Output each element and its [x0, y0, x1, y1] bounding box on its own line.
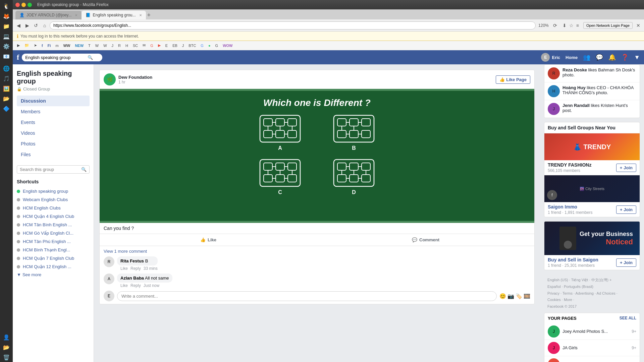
nav-members[interactable]: Members — [17, 106, 90, 117]
footer-more[interactable]: More — [564, 298, 572, 302]
fb-notifications-icon[interactable]: 🔔 — [608, 54, 616, 61]
tab-english[interactable]: 📘 English speaking grou... ✕ — [82, 11, 146, 19]
fb-help-icon[interactable]: ❓ — [621, 54, 629, 61]
bookmark-star-icon[interactable]: ☆ — [568, 22, 575, 29]
see-all-link[interactable]: SEE ALL — [620, 316, 636, 320]
toolbar-j2[interactable]: J — [180, 43, 186, 48]
shortcut-hcm-tanbinh[interactable]: HCM Tân Bình English ... — [17, 221, 90, 229]
home-button[interactable]: ⌂ — [41, 22, 48, 29]
open-network-btn[interactable]: Open Network Login Page — [583, 22, 633, 29]
nav-videos[interactable]: Videos — [17, 128, 90, 138]
footer-advertising[interactable]: Advertising — [576, 291, 594, 295]
os-mail[interactable]: 📧 — [2, 52, 11, 61]
toolbar-folder[interactable]: 📁 — [23, 43, 31, 48]
menu-icon[interactable]: ≡ — [575, 22, 580, 29]
refresh-button[interactable]: ⟳ — [551, 22, 559, 29]
tab-joey-close[interactable]: ✕ — [75, 13, 77, 17]
footer-ad-choices[interactable]: Ad Choices — [597, 291, 615, 295]
buy-sell-saigon-join-button[interactable]: + Join — [616, 258, 636, 267]
toolbar-j[interactable]: J — [110, 43, 115, 48]
toolbar-m[interactable]: m — [54, 43, 60, 48]
toolbar-g2[interactable]: G — [199, 43, 205, 48]
os-photo[interactable]: 🖼️ — [2, 84, 11, 93]
minimize-button[interactable] — [21, 3, 26, 7]
camera-icon[interactable]: 📷 — [507, 293, 514, 299]
see-more-link[interactable]: ▼ See more — [17, 272, 90, 277]
os-trash[interactable]: 🗑️ — [2, 353, 11, 362]
sticker-icon[interactable]: 🏷️ — [516, 293, 522, 299]
os-settings[interactable]: ⚙️ — [2, 42, 11, 51]
tab-english-close[interactable]: ✕ — [139, 13, 142, 17]
page-ja-girls[interactable]: J JA Girls 9+ — [544, 340, 640, 356]
toolbar-fi[interactable]: Fi — [46, 43, 53, 48]
toolbar-t[interactable]: T — [87, 43, 92, 48]
toolbar-r[interactable]: R — [116, 43, 122, 48]
os-firefox[interactable]: 🦊 — [2, 11, 11, 21]
write-comment-input[interactable] — [117, 291, 497, 301]
back-button[interactable]: ◀ — [15, 22, 22, 29]
toolbar-g[interactable]: G — [149, 43, 155, 48]
toolbar-wow[interactable]: WOW — [221, 43, 234, 48]
toolbar-btc[interactable]: BTC — [187, 43, 198, 48]
gif-icon[interactable]: 🎞️ — [524, 293, 530, 299]
toolbar-eb[interactable]: EB — [171, 43, 179, 48]
trendy-join-button[interactable]: + Join — [616, 164, 636, 172]
view-comments-link[interactable]: View 1 more comment — [104, 249, 530, 254]
toolbar-h[interactable]: H — [124, 43, 130, 48]
os-ftp[interactable]: 📂 — [2, 94, 11, 103]
emoji-icon[interactable]: 😊 — [499, 293, 506, 299]
close-button[interactable] — [15, 3, 20, 7]
toolbar-mail[interactable]: ✉ — [141, 43, 147, 48]
toolbar-e[interactable]: E — [164, 43, 169, 48]
saigon-immo-join-button[interactable]: + Join — [616, 205, 636, 214]
footer-privacy[interactable]: Privacy — [547, 291, 559, 295]
os-ftp2[interactable]: 📂 — [2, 343, 11, 352]
comment-rita-reply[interactable]: Reply — [130, 266, 141, 271]
fb-friends-icon[interactable]: 👥 — [583, 54, 590, 61]
shortcut-webcam[interactable]: Webcam English Clubs — [17, 195, 90, 204]
os-term[interactable]: 💻 — [2, 32, 11, 41]
fb-menu-arrow[interactable]: ▼ — [634, 54, 640, 61]
comment-button[interactable]: 💬 Comment — [317, 235, 534, 244]
search-group-icon[interactable]: 🔍 — [81, 167, 87, 172]
footer-terms[interactable]: Terms — [562, 291, 573, 295]
tab-joey[interactable]: 👤 JOEY ARNOLD (@joey... ✕ — [15, 11, 82, 19]
nav-discussion[interactable]: Discussion — [17, 96, 90, 106]
shortcut-english-speaking[interactable]: English speaking group — [17, 187, 90, 195]
nav-events[interactable]: Events — [17, 117, 90, 128]
shortcut-hcm-binhthanh[interactable]: HCM Bình Thạnh Engl... — [17, 246, 90, 254]
toolbar-sc[interactable]: SC — [131, 43, 140, 48]
toolbar-fb[interactable]: f — [40, 43, 45, 48]
comment-azlan-reply[interactable]: Reply — [130, 283, 141, 288]
fb-messages-icon[interactable]: 💬 — [596, 54, 603, 61]
shortcut-hcm-tanphu[interactable]: HCM Tân Phú English ... — [17, 237, 90, 246]
footer-lang-pt[interactable]: Português (Brasil) — [564, 285, 593, 289]
shortcut-hcm-english[interactable]: HCM English Clubs — [17, 204, 90, 212]
reload-button[interactable]: ↺ — [32, 22, 40, 29]
toolbar-ww[interactable]: WW — [62, 43, 72, 48]
toolbar-w2[interactable]: W — [102, 43, 108, 48]
nav-files[interactable]: Files — [17, 149, 90, 160]
footer-lang-vi[interactable]: Tiếng Việt — [571, 278, 588, 282]
forward-button[interactable]: ▶ — [23, 22, 31, 29]
toolbar-green[interactable]: ● — [207, 43, 212, 48]
footer-cookies[interactable]: Cookies — [547, 298, 561, 302]
toolbar-new[interactable]: NEW — [73, 43, 85, 48]
new-tab-button[interactable]: + — [147, 11, 151, 19]
nav-photos[interactable]: Photos — [17, 138, 90, 149]
comment-rita-like[interactable]: Like — [120, 266, 128, 271]
toolbar-yt[interactable]: ▶ — [156, 43, 162, 48]
footer-lang-en[interactable]: English (US) — [547, 278, 568, 282]
shortcut-hcm-q7[interactable]: HCM Quận 7 English Club — [17, 254, 90, 262]
maximize-button[interactable] — [28, 3, 32, 7]
like-page-button[interactable]: 👍 Like Page — [496, 75, 530, 84]
post-author-name[interactable]: Dew Foundation — [118, 75, 152, 80]
os-media[interactable]: 🎵 — [2, 74, 11, 83]
toolbar-w[interactable]: W — [94, 43, 100, 48]
shortcut-hcm-govap[interactable]: HCM Gò Vấp English Cl... — [17, 229, 90, 237]
comment-azlan-like[interactable]: Like — [120, 283, 128, 288]
shortcut-hcm-q4[interactable]: HCM Quận 4 English Club — [17, 212, 90, 221]
os-files[interactable]: 📁 — [2, 21, 11, 31]
os-network[interactable]: 🌐 — [2, 64, 11, 73]
fb-search-box[interactable]: 🔍 — [22, 54, 102, 61]
